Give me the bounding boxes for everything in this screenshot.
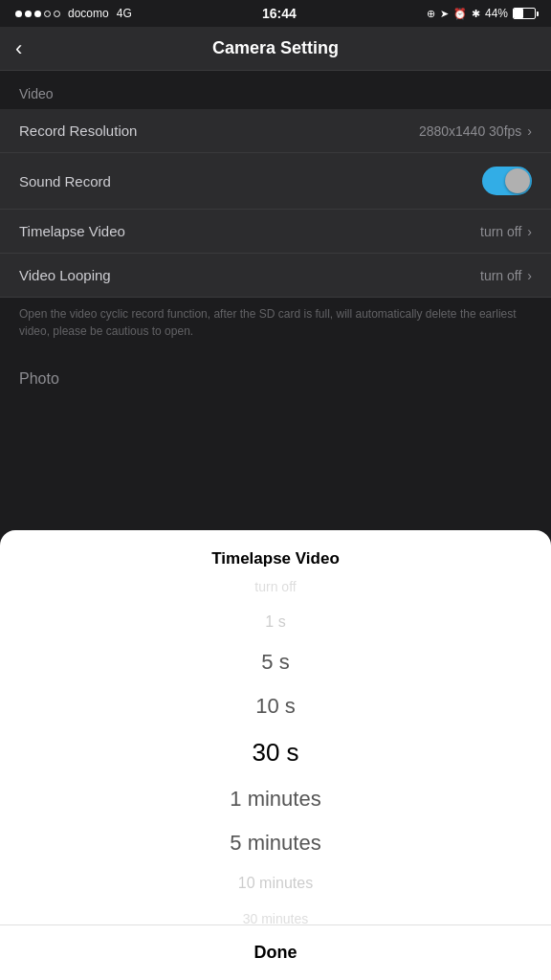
picker-item[interactable]: turn off	[0, 580, 551, 604]
picker-item[interactable]: 1 minutes	[0, 777, 551, 821]
picker-item[interactable]: 30 s	[0, 728, 551, 777]
record-resolution-row[interactable]: Record Resolution 2880x1440 30fps ›	[0, 109, 551, 153]
timelapse-video-label: Timelapse Video	[19, 223, 125, 239]
signal-icon	[15, 11, 60, 17]
carrier-label: docomo	[68, 7, 109, 20]
back-button[interactable]: ‹	[15, 38, 22, 59]
status-bar: docomo 4G 16:44 ⊕ ➤ ⏰ ✱ 44%	[0, 0, 551, 27]
video-looping-row[interactable]: Video Looping turn off ›	[0, 254, 551, 298]
sound-record-toggle[interactable]	[482, 167, 532, 195]
chevron-icon: ›	[527, 268, 532, 283]
sound-record-label: Sound Record	[19, 173, 111, 189]
picker-items: turn off1 s5 s10 s30 s1 minutes5 minutes…	[0, 580, 551, 924]
sound-record-row[interactable]: Sound Record	[0, 153, 551, 210]
lock-icon: ⊕	[427, 8, 435, 20]
sheet-title: Timelapse Video	[211, 530, 340, 580]
picker-item[interactable]: 5 minutes	[0, 821, 551, 865]
status-left: docomo 4G	[15, 7, 132, 20]
network-label: 4G	[117, 7, 132, 20]
picker-item[interactable]: 10 minutes	[0, 865, 551, 902]
picker-item[interactable]: 5 s	[0, 640, 551, 684]
status-right: ⊕ ➤ ⏰ ✱ 44%	[427, 7, 536, 20]
chevron-icon: ›	[527, 123, 532, 139]
battery-percent: 44%	[485, 7, 508, 20]
toggle-knob	[505, 168, 530, 193]
picker-item[interactable]: 10 s	[0, 684, 551, 728]
picker-item[interactable]: 1 s	[0, 604, 551, 640]
section-label-photo: Photo	[0, 355, 551, 391]
nav-header: ‹ Camera Setting	[0, 27, 551, 71]
settings-rows: Record Resolution 2880x1440 30fps › Soun…	[0, 109, 551, 298]
bluetooth-icon: ✱	[472, 8, 480, 20]
video-looping-description: Open the video cyclic record function, a…	[0, 298, 551, 355]
record-resolution-label: Record Resolution	[19, 122, 137, 139]
battery-icon	[513, 8, 536, 19]
timelapse-picker-sheet: Timelapse Video turn off1 s5 s10 s30 s1 …	[0, 530, 551, 980]
page-title: Camera Setting	[212, 38, 339, 58]
clock: 16:44	[262, 6, 297, 21]
record-resolution-value: 2880x1440 30fps ›	[419, 123, 532, 139]
location-icon: ➤	[440, 8, 449, 20]
picker-item[interactable]: 30 minutes	[0, 902, 551, 925]
video-looping-value: turn off ›	[480, 268, 532, 283]
alarm-icon: ⏰	[453, 8, 467, 20]
video-looping-label: Video Looping	[19, 267, 111, 283]
picker-container[interactable]: turn off1 s5 s10 s30 s1 minutes5 minutes…	[0, 580, 551, 924]
section-label-video: Video	[0, 71, 551, 109]
timelapse-video-value: turn off ›	[480, 224, 532, 239]
chevron-icon: ›	[527, 224, 532, 239]
timelapse-video-row[interactable]: Timelapse Video turn off ›	[0, 210, 551, 254]
done-button[interactable]: Done	[0, 924, 551, 980]
